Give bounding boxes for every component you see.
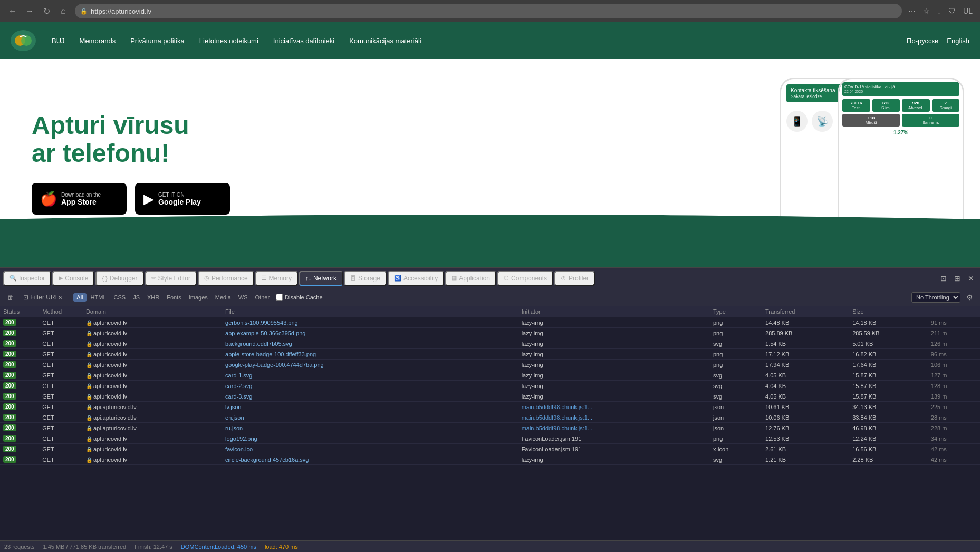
cell-file[interactable]: background.eddf7b05.svg xyxy=(222,338,518,349)
tab-console[interactable]: ▶ Console xyxy=(52,271,94,286)
disable-cache-label[interactable]: Disable Cache xyxy=(276,294,323,301)
devtools-close-button[interactable]: ✕ xyxy=(965,273,977,284)
th-status[interactable]: Status xyxy=(0,306,39,317)
table-row[interactable]: 200 GET 🔒apturicovid.lv apple-store-badg… xyxy=(0,349,980,360)
tab-memory[interactable]: ☰ Memory xyxy=(255,271,298,286)
domcontentloaded-time[interactable]: DOMContentLoaded: 450 ms xyxy=(181,544,256,550)
th-transferred[interactable]: Transferred xyxy=(762,306,849,317)
disable-cache-checkbox[interactable] xyxy=(276,294,283,301)
tab-network[interactable]: ↑↓ Network xyxy=(299,271,343,286)
filter-js[interactable]: JS xyxy=(130,293,143,302)
th-initiator[interactable]: Initiator xyxy=(518,306,710,317)
menu-button[interactable]: ⋯ xyxy=(906,6,918,16)
nav-link-buj[interactable]: BUJ xyxy=(52,37,65,45)
cell-file[interactable]: circle-background.457cb16a.svg xyxy=(222,454,518,465)
cell-transferred: 1.21 KB xyxy=(762,454,849,465)
table-row[interactable]: 200 GET 🔒apturicovid.lv gerbonis-100.990… xyxy=(0,317,980,328)
appstore-button[interactable]: 🍎 Download on the App Store xyxy=(32,183,127,215)
nav-link-privatuma[interactable]: Privātuma politika xyxy=(130,37,185,45)
forward-button[interactable]: → xyxy=(22,4,37,18)
tab-inspector[interactable]: 🔍 Inspector xyxy=(3,271,51,286)
table-row[interactable]: 200 GET 🔒apturicovid.lv app-example-50.3… xyxy=(0,328,980,338)
th-time[interactable] xyxy=(928,306,980,317)
cell-file[interactable]: card-3.svg xyxy=(222,391,518,402)
transferred-size: 1.45 MB / 771.85 KB transferred xyxy=(43,544,126,550)
table-row[interactable]: 200 GET 🔒apturicovid.lv favicon.ico Favi… xyxy=(0,444,980,454)
cell-file[interactable]: ru.json xyxy=(222,423,518,433)
initiator-link[interactable]: main.b5dddf98.chunk.js:1... xyxy=(522,414,593,421)
cell-file[interactable]: apple-store-badge-100.dffeff33.png xyxy=(222,349,518,360)
filter-all[interactable]: All xyxy=(73,293,86,302)
download-button[interactable]: ↓ xyxy=(935,6,943,16)
th-domain[interactable]: Domain xyxy=(83,306,222,317)
initiator-link[interactable]: main.b5dddf98.chunk.js:1... xyxy=(522,425,593,431)
filter-html[interactable]: HTML xyxy=(88,293,110,302)
network-settings-button[interactable]: ⚙ xyxy=(964,292,976,303)
cell-file[interactable]: en.json xyxy=(222,412,518,423)
filter-ws[interactable]: WS xyxy=(235,293,251,302)
tab-style-editor[interactable]: ✏ Style Editor xyxy=(145,271,197,286)
throttling-select[interactable]: No Throttling xyxy=(911,292,960,303)
tab-application[interactable]: ▦ Application xyxy=(445,271,496,286)
initiator-link[interactable]: main.b5dddf98.chunk.js:1... xyxy=(522,404,593,410)
load-time[interactable]: load: 470 ms xyxy=(265,544,298,550)
filter-images[interactable]: Images xyxy=(186,293,211,302)
cell-file[interactable]: card-1.svg xyxy=(222,370,518,381)
table-row[interactable]: 200 GET 🔒apturicovid.lv background.eddf7… xyxy=(0,338,980,349)
network-table-container[interactable]: Status Method Domain File Initiator Type… xyxy=(0,306,980,540)
filter-media[interactable]: Media xyxy=(212,293,234,302)
nav-link-memorands[interactable]: Memorands xyxy=(80,37,116,45)
clear-requests-button[interactable]: 🗑 xyxy=(4,293,17,302)
th-method[interactable]: Method xyxy=(39,306,83,317)
table-row[interactable]: 200 GET 🔒apturicovid.lv card-1.svg lazy-… xyxy=(0,370,980,381)
reload-button[interactable]: ↻ xyxy=(39,4,54,18)
back-button[interactable]: ← xyxy=(5,4,20,18)
lang-en[interactable]: English xyxy=(947,37,969,45)
filter-other[interactable]: Other xyxy=(252,293,273,302)
filter-toggle-button[interactable]: ⊡ Filter URLs xyxy=(20,293,65,302)
tab-accessibility[interactable]: ♿ Accessibility xyxy=(388,271,444,286)
bookmark-button[interactable]: ☆ xyxy=(921,6,932,16)
th-type[interactable]: Type xyxy=(710,306,762,317)
lang-ru[interactable]: По-русски xyxy=(907,37,938,45)
tab-storage[interactable]: 🗄 Storage xyxy=(344,271,387,286)
table-row[interactable]: 200 GET 🔒apturicovid.lv card-3.svg lazy-… xyxy=(0,391,980,402)
cell-file[interactable]: app-example-50.366c395d.png xyxy=(222,328,518,338)
devtools-dock-button[interactable]: ⊡ xyxy=(938,273,949,284)
tab-components[interactable]: ⬡ Components xyxy=(497,271,553,286)
filter-type-buttons: All HTML CSS JS XHR Fonts Images Media W… xyxy=(73,293,273,302)
cell-type: svg xyxy=(710,370,762,381)
th-size[interactable]: Size xyxy=(849,306,928,317)
cell-method: GET xyxy=(39,391,83,402)
table-row[interactable]: 200 GET 🔒apturicovid.lv google-play-badg… xyxy=(0,360,980,370)
table-row[interactable]: 200 GET 🔒api.apturicovid.lv ru.json main… xyxy=(0,423,980,433)
nav-link-komunikacijas[interactable]: Komunikācijas materiāļi xyxy=(349,37,421,45)
profile-button[interactable]: UL xyxy=(961,6,975,16)
table-row[interactable]: 200 GET 🔒api.apturicovid.lv en.json main… xyxy=(0,412,980,423)
tab-profiler[interactable]: ⏱ Profiler xyxy=(554,271,595,286)
address-bar[interactable]: 🔒 https://apturicovid.lv xyxy=(75,4,902,18)
cell-initiator: main.b5dddf98.chunk.js:1... xyxy=(518,423,710,433)
shield-button[interactable]: 🛡 xyxy=(946,6,958,16)
home-button[interactable]: ⌂ xyxy=(56,4,71,18)
filter-css[interactable]: CSS xyxy=(111,293,129,302)
table-row[interactable]: 200 GET 🔒api.apturicovid.lv lv.json main… xyxy=(0,402,980,412)
tab-debugger[interactable]: { } Debugger xyxy=(95,271,143,286)
nav-link-lietotnes[interactable]: Lietotnes noteikumi xyxy=(199,37,258,45)
nav-link-iniciatīvas[interactable]: Iniciatīvas dalībnieki xyxy=(273,37,334,45)
filter-xhr[interactable]: XHR xyxy=(144,293,162,302)
filter-fonts[interactable]: Fonts xyxy=(164,293,185,302)
googleplay-button[interactable]: ▶ GET IT ON Google Play xyxy=(135,183,230,215)
table-row[interactable]: 200 GET 🔒apturicovid.lv circle-backgroun… xyxy=(0,454,980,465)
th-file[interactable]: File xyxy=(222,306,518,317)
cell-file[interactable]: card-2.svg xyxy=(222,381,518,391)
table-row[interactable]: 200 GET 🔒apturicovid.lv card-2.svg lazy-… xyxy=(0,381,980,391)
cell-file[interactable]: favicon.ico xyxy=(222,444,518,454)
cell-file[interactable]: lv.json xyxy=(222,402,518,412)
cell-file[interactable]: gerbonis-100.99095543.png xyxy=(222,317,518,328)
cell-file[interactable]: logo192.png xyxy=(222,433,518,444)
tab-performance[interactable]: ◷ Performance xyxy=(198,271,254,286)
devtools-undock-button[interactable]: ⊞ xyxy=(952,273,963,284)
cell-file[interactable]: google-play-badge-100.4744d7ba.png xyxy=(222,360,518,370)
table-row[interactable]: 200 GET 🔒apturicovid.lv logo192.png Favi… xyxy=(0,433,980,444)
